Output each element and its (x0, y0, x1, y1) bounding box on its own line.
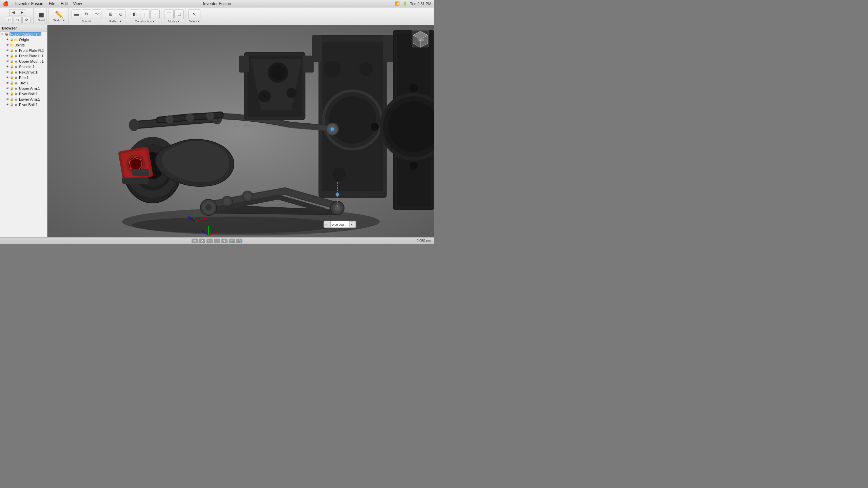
lock-la[interactable]: 🔒 (9, 97, 14, 101)
browser-item-rim[interactable]: 👁 🔒 ◼ Rim:1 (0, 75, 47, 80)
plane-btn[interactable]: ◧ (130, 9, 139, 19)
lock-hd[interactable]: 🔒 (9, 70, 14, 74)
vis-eye-origin[interactable]: 👁 (5, 38, 9, 42)
toolbar-back-btn[interactable]: ◀ (9, 9, 17, 16)
vis-eye-sp[interactable]: 👁 (5, 65, 9, 69)
nav-icons: ⊞ 🏠 ⊙ ◫ ✥ 🔍 🔎 (192, 239, 242, 243)
vis-eye-hd[interactable]: 👁 (5, 70, 9, 74)
browser-item-pivotball1[interactable]: 👁 🔒 ◼ Pivot Ball:1 (0, 91, 47, 97)
main-area: Browser ▼ 📦 FusionComponent 👁 🔓 📁 Origin… (0, 25, 434, 237)
browser-item-upperarm[interactable]: 👁 🔒 ◼ Upper Arm:1 (0, 86, 47, 91)
svg-rect-54 (239, 56, 249, 73)
lock-fpl[interactable]: 🔒 (9, 54, 14, 58)
revolve-btn[interactable]: ↻ (82, 9, 91, 19)
body-icon-um: ◼ (14, 59, 18, 64)
svg-point-7 (324, 61, 341, 78)
vis-eye-joints[interactable]: 👁 (5, 43, 9, 47)
zoom-in-btn[interactable]: 🔍 (229, 239, 235, 243)
svg-point-45 (165, 115, 174, 123)
svg-point-46 (186, 114, 194, 122)
toolbar-undo-btn[interactable]: ↩ (5, 17, 13, 23)
zoom-out-btn[interactable]: 🔎 (236, 239, 242, 243)
toolbar-undo2-btn[interactable]: ⟳ (22, 17, 31, 23)
vis-eye-um[interactable]: 👁 (5, 59, 9, 63)
browser-item-origin[interactable]: 👁 🔓 📁 Origin (0, 37, 47, 42)
svg-text:Y: Y (194, 208, 196, 211)
extrude-btn[interactable]: ▬ (72, 9, 81, 19)
menu-view[interactable]: View (71, 0, 85, 7)
vis-eye-fpl[interactable]: 👁 (5, 54, 9, 58)
body-icon-rim: ◼ (14, 75, 18, 80)
body-icon-pb2: ◼ (14, 102, 18, 107)
menu-inventor-fusion[interactable]: Inventor Fusion (13, 0, 46, 7)
construction-section: ◧ | · Construction▼ (129, 8, 161, 24)
lock-tire[interactable]: 🔒 (9, 81, 14, 85)
lock-rim[interactable]: 🔒 (9, 76, 14, 80)
svg-point-51 (271, 65, 285, 80)
right-upright (312, 35, 393, 198)
browser-item-uppermount[interactable]: 👁 🔒 ◼ Upper Mount:1 (0, 59, 47, 64)
vis-eye-pb2[interactable]: 👁 (5, 103, 9, 107)
bottombar: ⊞ 🏠 ⊙ ◫ ✥ 🔍 🔎 0.050 cm (0, 237, 434, 244)
toolbar-nav-section: ◀ ▶ ↩ ↪ ⟳ (2, 8, 34, 24)
shell-btn[interactable]: □ (174, 9, 184, 19)
fit-all-btn[interactable]: ⊞ (192, 239, 198, 243)
window-title: Inventor Fusion (203, 1, 231, 6)
look-at-btn[interactable]: ⊙ (206, 239, 213, 243)
body-icon-fpr: ◼ (14, 48, 18, 53)
svg-point-6 (329, 96, 376, 144)
lock-fpr[interactable]: 🔒 (9, 48, 14, 53)
solid-dropdown-btn[interactable]: ◼ Solid (36, 8, 47, 24)
toolbar-forward-btn[interactable]: ▶ (18, 9, 26, 16)
battery-icon: 🔋 (402, 1, 407, 6)
sweep-btn[interactable]: 〜 (92, 9, 101, 19)
vis-eye-pb1[interactable]: 👁 (5, 92, 9, 96)
vis-eye-la[interactable]: 👁 (5, 97, 9, 101)
browser-item-frontplater[interactable]: 👁 🔒 ◼ Front Plate R:1 (0, 48, 47, 53)
pan-btn[interactable]: ✥ (221, 239, 228, 243)
browser-item-pivotball2[interactable]: 👁 🔒 ◼ Pivot Ball:1 (0, 102, 47, 107)
folder-icon-origin: 📁 (14, 37, 18, 42)
viewcube[interactable]: RIGHT (410, 28, 431, 49)
pattern-circ-btn[interactable]: ⊙ (116, 9, 125, 19)
body-icon-pb1: ◼ (14, 92, 18, 96)
select-btn[interactable]: ↖ (188, 9, 200, 19)
lock-origin[interactable]: 🔓 (9, 38, 14, 42)
menu-file[interactable]: File (46, 0, 58, 7)
browser-item-frontplatel[interactable]: 👁 🔒 ◼ Front Plate L:1 (0, 53, 47, 59)
lock-pb1[interactable]: 🔒 (9, 92, 14, 96)
pattern-rect-btn[interactable]: ⊞ (106, 9, 115, 19)
browser-item-root[interactable]: ▼ 📦 FusionComponent (0, 32, 47, 37)
hexdrive-label: HexDrive:1 (19, 70, 37, 74)
browser-item-tire[interactable]: 👁 🔒 ◼ Tire:1 (0, 80, 47, 86)
point-btn[interactable]: · (150, 9, 160, 19)
browser-item-spindle[interactable]: 👁 🔒 ◼ Spindle:1 (0, 64, 47, 69)
vis-eye-ua[interactable]: 👁 (5, 86, 9, 90)
viewport[interactable]: X Y Z ≡ 0.00 deg (47, 25, 434, 237)
lock-ua[interactable]: 🔒 (9, 86, 14, 90)
wifi-icon: 📶 (395, 1, 400, 6)
home-btn[interactable]: 🏠 (199, 239, 205, 243)
vis-eye-fpr[interactable]: 👁 (5, 48, 9, 53)
menu-edit[interactable]: Edit (58, 0, 71, 7)
orbit-btn[interactable]: ◫ (214, 239, 220, 243)
apple-menu[interactable]: 🍎 (3, 1, 8, 6)
sketch-btn[interactable]: ✏️ Sketch▼ (51, 8, 67, 24)
browser-item-hexdrive[interactable]: 👁 🔒 ◼ HexDrive:1 (0, 69, 47, 75)
upperarm-label: Upper Arm:1 (19, 86, 40, 90)
toolbar-redo-btn[interactable]: ↪ (14, 17, 22, 23)
lock-sp[interactable]: 🔒 (9, 65, 14, 69)
body-icon-hd: ◼ (14, 70, 18, 75)
svg-point-18 (410, 162, 418, 170)
axis-btn[interactable]: | (140, 9, 150, 19)
angle-input-svg: ≡ 0.00 deg ▲ (324, 221, 356, 228)
browser-item-lowerarm[interactable]: 👁 🔒 ◼ Lower Arm:1 (0, 97, 47, 102)
vis-eye-tire[interactable]: 👁 (5, 81, 9, 85)
lock-pb2[interactable]: 🔒 (9, 103, 14, 107)
vis-eye-rim[interactable]: 👁 (5, 76, 9, 80)
fillet-btn[interactable]: ⌒ (164, 9, 174, 19)
3d-model-svg: X Y Z ≡ 0.00 deg (47, 25, 434, 237)
lock-um[interactable]: 🔒 (9, 59, 14, 63)
browser-item-joints[interactable]: 👁 📁 Joints (0, 42, 47, 48)
svg-point-35 (205, 204, 212, 211)
